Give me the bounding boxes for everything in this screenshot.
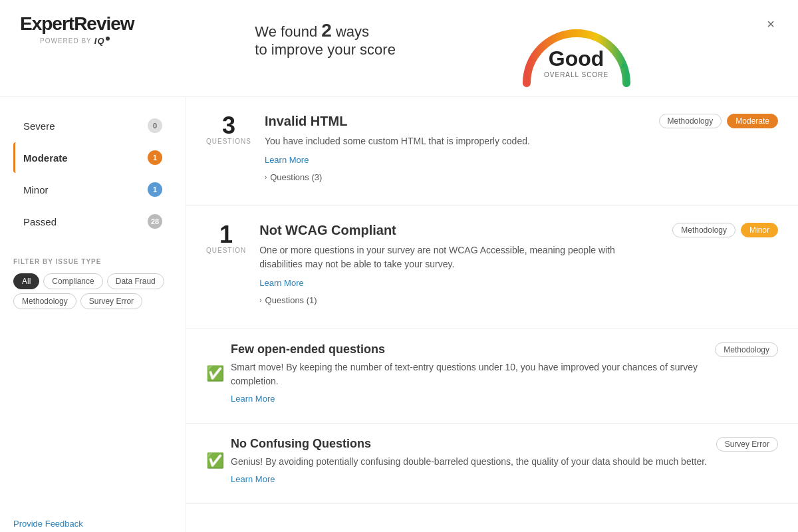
issue-wcag: 1 QUESTION Not WCAG Compliant One or mor… bbox=[186, 206, 798, 329]
gauge-area: Good OVERALL SCORE bbox=[517, 13, 636, 90]
provide-feedback: Provide Feedback bbox=[0, 504, 186, 532]
header-center: We found 2 ways to improve your score bbox=[255, 13, 396, 59]
passed-few-open-ended: ✅ Few open-ended questions Smart move! B… bbox=[186, 329, 798, 424]
questions-toggle-1[interactable]: › Questions (3) bbox=[265, 172, 646, 182]
issue-count-1: 3 bbox=[222, 114, 235, 138]
powered-by: POWERED BY iQ bbox=[20, 36, 134, 46]
sidebar-item-passed[interactable]: Passed 28 bbox=[13, 206, 172, 237]
filter-tag-methodology[interactable]: Methodology bbox=[13, 293, 76, 309]
issue-count-label-1: QUESTIONS bbox=[206, 138, 251, 145]
sidebar: Severe 0 Moderate 1 Minor 1 Passed 28 FI… bbox=[0, 97, 186, 532]
filter-tags: All Compliance Data Fraud Methodology Su… bbox=[13, 273, 172, 309]
questions-toggle-label-2: Questions (1) bbox=[265, 295, 317, 305]
tag-methodology-2: Methodology bbox=[672, 223, 735, 237]
chevron-icon-1: › bbox=[265, 174, 267, 181]
logo-area: ExpertReview POWERED BY iQ bbox=[20, 13, 134, 46]
issue-tags-2: Methodology Minor bbox=[672, 223, 778, 237]
sidebar-badge-moderate: 1 bbox=[148, 150, 162, 165]
sidebar-item-label-minor: Minor bbox=[23, 184, 49, 196]
sidebar-items: Severe 0 Moderate 1 Minor 1 Passed 28 bbox=[0, 110, 186, 238]
passed-title-1: Few open-ended questions bbox=[231, 342, 715, 356]
issue-header-1: 3 QUESTIONS Invalid HTML You have includ… bbox=[206, 114, 778, 182]
main-layout: Severe 0 Moderate 1 Minor 1 Passed 28 FI… bbox=[0, 97, 798, 532]
sidebar-item-moderate[interactable]: Moderate 1 bbox=[13, 142, 172, 173]
gauge-container: Good OVERALL SCORE bbox=[517, 17, 636, 90]
issue-desc-2: One or more questions in your survey are… bbox=[259, 243, 659, 271]
filter-tag-compliance[interactable]: Compliance bbox=[43, 273, 102, 289]
passed-header-1: ✅ Few open-ended questions Smart move! B… bbox=[206, 342, 778, 404]
sidebar-item-label-severe: Severe bbox=[23, 120, 55, 132]
questions-toggle-label-1: Questions (3) bbox=[270, 172, 322, 182]
learn-more-1[interactable]: Learn More bbox=[265, 155, 309, 165]
sidebar-item-label-moderate: Moderate bbox=[23, 152, 68, 164]
passed-body-1: Few open-ended questions Smart move! By … bbox=[231, 342, 715, 404]
passed-no-confusing: ✅ No Confusing Questions Genius! By avoi… bbox=[186, 424, 798, 504]
sidebar-item-severe[interactable]: Severe 0 bbox=[13, 110, 172, 141]
passed-learn-more-1[interactable]: Learn More bbox=[231, 394, 275, 404]
header: ExpertReview POWERED BY iQ We found 2 wa… bbox=[0, 0, 798, 97]
questions-toggle-2[interactable]: › Questions (1) bbox=[259, 295, 659, 305]
tag-methodology-1: Methodology bbox=[659, 114, 722, 128]
provide-feedback-link[interactable]: Provide Feedback bbox=[13, 519, 83, 529]
issue-body-1: Invalid HTML You have included some cust… bbox=[251, 114, 659, 182]
passed-learn-more-2[interactable]: Learn More bbox=[231, 474, 275, 484]
filter-tag-all[interactable]: All bbox=[13, 273, 39, 289]
tag-minor-2: Minor bbox=[741, 223, 778, 237]
filter-tag-data-fraud[interactable]: Data Fraud bbox=[107, 273, 164, 289]
issue-desc-1: You have included some custom HTML that … bbox=[265, 134, 646, 148]
issue-title-2: Not WCAG Compliant bbox=[259, 223, 659, 238]
iq-logo: iQ bbox=[94, 36, 110, 46]
gauge-label: Good bbox=[549, 47, 604, 71]
sidebar-item-label-passed: Passed bbox=[23, 216, 57, 227]
passed-desc-2: Genius! By avoiding potentially confusin… bbox=[231, 455, 707, 469]
close-button[interactable]: × bbox=[763, 13, 778, 35]
improve-text: to improve your score bbox=[255, 41, 396, 59]
learn-more-2[interactable]: Learn More bbox=[259, 278, 303, 288]
gauge-sublabel: OVERALL SCORE bbox=[544, 71, 608, 78]
issue-header-2: 1 QUESTION Not WCAG Compliant One or mor… bbox=[206, 223, 778, 305]
issue-title-1: Invalid HTML bbox=[265, 114, 646, 129]
issue-count-label-2: QUESTION bbox=[206, 247, 246, 254]
passed-desc-1: Smart move! By keeping the number of tex… bbox=[231, 360, 715, 388]
passed-header-row-2: ✅ No Confusing Questions Genius! By avoi… bbox=[206, 437, 707, 485]
filter-title: FILTER BY ISSUE TYPE bbox=[13, 258, 172, 265]
passed-header-row-1: ✅ Few open-ended questions Smart move! B… bbox=[206, 342, 715, 404]
content: 3 QUESTIONS Invalid HTML You have includ… bbox=[186, 97, 798, 532]
passed-title-2: No Confusing Questions bbox=[231, 437, 707, 451]
passed-header-2: ✅ No Confusing Questions Genius! By avoi… bbox=[206, 437, 778, 485]
issue-count-2: 1 bbox=[219, 223, 233, 247]
sidebar-item-minor[interactable]: Minor 1 bbox=[13, 174, 172, 205]
check-icon-1: ✅ bbox=[206, 365, 224, 382]
passed-tag-2: Survey Error bbox=[716, 437, 778, 452]
sidebar-badge-passed: 28 bbox=[148, 214, 162, 229]
issue-count-area-2: 1 QUESTION bbox=[206, 223, 246, 254]
tag-moderate-1: Moderate bbox=[727, 114, 778, 128]
sidebar-badge-minor: 1 bbox=[148, 182, 162, 197]
found-text: We found 2 ways bbox=[255, 20, 369, 41]
filter-tag-survey-error[interactable]: Survey Error bbox=[80, 293, 142, 309]
logo: ExpertReview bbox=[20, 13, 134, 35]
check-icon-2: ✅ bbox=[206, 452, 224, 469]
passed-body-2: No Confusing Questions Genius! By avoidi… bbox=[231, 437, 707, 485]
issue-invalid-html: 3 QUESTIONS Invalid HTML You have includ… bbox=[186, 97, 798, 206]
passed-tag-1: Methodology bbox=[715, 342, 778, 357]
sidebar-badge-severe: 0 bbox=[148, 118, 162, 133]
filter-section: FILTER BY ISSUE TYPE All Compliance Data… bbox=[0, 245, 186, 316]
issue-body-2: Not WCAG Compliant One or more questions… bbox=[246, 223, 672, 305]
issue-tags-1: Methodology Moderate bbox=[659, 114, 778, 128]
issue-count-area-1: 3 QUESTIONS bbox=[206, 114, 251, 145]
chevron-icon-2: › bbox=[259, 297, 261, 304]
